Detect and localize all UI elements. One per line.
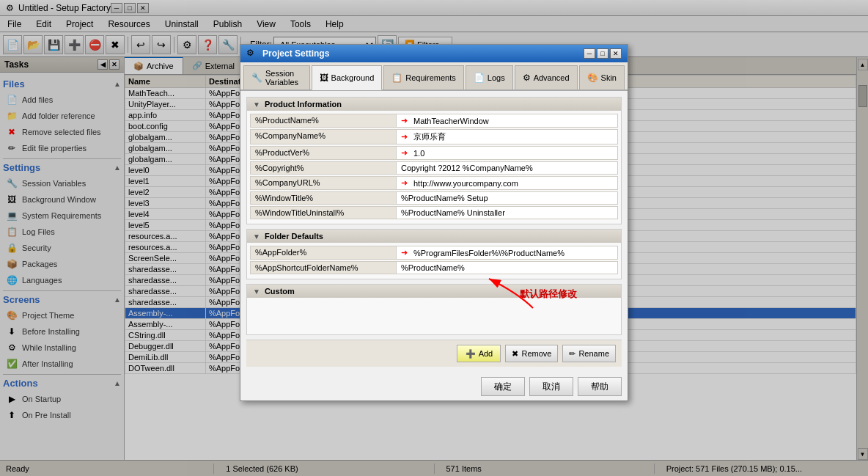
tab-requirements[interactable]: 📋 Requirements [383, 65, 463, 89]
prop-key-window-title: %WindowTitle% [250, 191, 397, 205]
product-info-section: ▼ Product Information %ProductName% ➜ Ma… [246, 97, 622, 224]
product-info-collapse-icon[interactable]: ▼ [253, 100, 260, 109]
prop-row-shortcut-folder: %AppShortcutFolderName% %ProductName% [250, 261, 618, 274]
tab-requirements-label: Requirements [405, 73, 455, 82]
modal-add-remove-footer: ➕ Add ✖ Remove ✏ Rename [246, 340, 622, 367]
arrow-app-folder: ➜ [401, 248, 408, 257]
modal-maximize-button[interactable]: □ [597, 48, 608, 59]
add-icon: ➕ [466, 349, 476, 359]
prop-val-product-name[interactable]: ➜ MathTeacherWindow [397, 114, 618, 128]
val-product-ver: 1.0 [413, 149, 424, 158]
prop-key-company-name: %CompanyName% [250, 129, 397, 144]
val-app-folder: %ProgramFilesFolder%\%ProductName% [413, 249, 564, 257]
add-button[interactable]: ➕ Add [457, 345, 501, 362]
background-tab-icon: 🖼 [320, 73, 328, 83]
product-info-title: Product Information [265, 100, 342, 109]
tab-skin-label: Skin [601, 73, 617, 82]
prop-val-copyright[interactable]: Copyright ?2012 %CompanyName% [397, 161, 618, 175]
custom-collapse-icon[interactable]: ▼ [253, 288, 260, 296]
custom-content [247, 298, 621, 334]
modal-tabs: 🔧 Session Variables 🖼 Background 📋 Requi… [240, 62, 628, 91]
modal-title-icon: ⚙ [246, 48, 258, 59]
folder-defaults-collapse-icon[interactable]: ▼ [253, 232, 260, 241]
folder-defaults-header: ▼ Folder Defaults [247, 230, 621, 243]
prop-val-company-url[interactable]: ➜ http://www.yourcompany.com [397, 176, 618, 190]
prop-row-app-folder: %AppFolder% ➜ %ProgramFilesFolder%\%Prod… [250, 246, 618, 260]
logs-tab-icon: 📄 [474, 73, 485, 83]
tab-logs[interactable]: 📄 Logs [466, 65, 513, 89]
arrow-product-name: ➜ [401, 116, 408, 125]
annotation-text: 默认路径修改 [520, 288, 577, 301]
arrow-company-url: ➜ [401, 178, 408, 188]
prop-row-product-name: %ProductName% ➜ MathTeacherWindow [250, 114, 618, 128]
session-vars-tab-icon: 🔧 [251, 73, 262, 83]
project-settings-modal: ⚙ Project Settings ─ □ ✕ 🔧 Session Varia… [240, 44, 628, 401]
prop-row-company-name: %CompanyName% ➜ 京师乐育 [250, 129, 618, 144]
prop-key-product-ver: %ProductVer% [250, 146, 397, 160]
prop-row-copyright: %Copyright% Copyright ?2012 %CompanyName… [250, 161, 618, 175]
tab-session-vars-label: Session Variables [265, 69, 302, 87]
prop-val-app-folder[interactable]: ➜ %ProgramFilesFolder%\%ProductName% [397, 246, 618, 260]
tab-background-label: Background [331, 73, 375, 82]
folder-defaults-title: Folder Defaults [265, 232, 323, 241]
remove-button[interactable]: ✖ Remove [505, 345, 558, 362]
ok-button[interactable]: 确定 [481, 377, 525, 396]
prop-key-product-name: %ProductName% [250, 114, 397, 128]
help-modal-button[interactable]: 帮助 [578, 377, 622, 396]
prop-key-copyright: %Copyright% [250, 161, 397, 175]
requirements-tab-icon: 📋 [391, 73, 402, 83]
rename-button[interactable]: ✏ Rename [562, 345, 616, 362]
arrow-company-name: ➜ [401, 132, 408, 142]
prop-row-product-ver: %ProductVer% ➜ 1.0 [250, 146, 618, 160]
tab-session-variables[interactable]: 🔧 Session Variables [243, 65, 310, 89]
prop-val-product-ver[interactable]: ➜ 1.0 [397, 146, 618, 160]
val-company-name: 京师乐育 [413, 131, 446, 142]
val-company-url: http://www.yourcompany.com [413, 179, 518, 188]
tab-logs-label: Logs [488, 73, 505, 82]
remove-icon: ✖ [512, 349, 518, 359]
val-product-name: MathTeacherWindow [413, 117, 489, 125]
remove-label: Remove [521, 349, 551, 358]
folder-defaults-section: ▼ Folder Defaults %AppFolder% ➜ %Program… [246, 229, 622, 279]
folder-defaults-content: %AppFolder% ➜ %ProgramFilesFolder%\%Prod… [247, 243, 621, 279]
product-info-content: %ProductName% ➜ MathTeacherWindow %Compa… [247, 111, 621, 224]
prop-key-window-title-uninstall: %WindowTitleUninstall% [250, 206, 397, 219]
prop-row-company-url: %CompanyURL% ➜ http://www.yourcompany.co… [250, 176, 618, 190]
custom-title: Custom [265, 287, 295, 296]
rename-icon: ✏ [569, 349, 575, 359]
product-info-header: ▼ Product Information [247, 98, 621, 111]
modal-body: ▼ Product Information %ProductName% ➜ Ma… [240, 91, 628, 373]
modal-title: Project Settings [262, 48, 584, 59]
advanced-tab-icon: ⚙ [523, 73, 531, 83]
modal-overlay: ⚙ Project Settings ─ □ ✕ 🔧 Session Varia… [0, 0, 868, 476]
prop-key-app-folder: %AppFolder% [250, 246, 397, 260]
add-label: Add [479, 349, 493, 358]
tab-advanced[interactable]: ⚙ Advanced [515, 65, 578, 89]
prop-row-window-title: %WindowTitle% %ProductName% Setup [250, 191, 618, 205]
arrow-product-ver: ➜ [401, 148, 408, 158]
modal-minimize-button[interactable]: ─ [584, 48, 595, 59]
rename-label: Rename [578, 349, 609, 358]
prop-row-window-title-uninstall: %WindowTitleUninstall% %ProductName% Uni… [250, 206, 618, 219]
prop-val-window-title-uninstall[interactable]: %ProductName% Uninstaller [397, 206, 618, 219]
prop-key-shortcut-folder: %AppShortcutFolderName% [250, 261, 397, 274]
modal-title-bar: ⚙ Project Settings ─ □ ✕ [240, 45, 628, 62]
modal-close-button[interactable]: ✕ [610, 48, 622, 59]
cancel-button[interactable]: 取消 [529, 377, 573, 396]
tab-skin[interactable]: 🎨 Skin [579, 65, 625, 89]
modal-controls: ─ □ ✕ [584, 48, 622, 59]
prop-key-company-url: %CompanyURL% [250, 176, 397, 190]
prop-val-window-title[interactable]: %ProductName% Setup [397, 191, 618, 205]
tab-advanced-label: Advanced [534, 73, 570, 82]
modal-bottom-buttons: 确定 取消 帮助 [240, 373, 628, 400]
skin-tab-icon: 🎨 [587, 73, 598, 83]
prop-val-shortcut-folder[interactable]: %ProductName% [397, 261, 618, 274]
tab-background[interactable]: 🖼 Background [312, 65, 383, 90]
prop-val-company-name[interactable]: ➜ 京师乐育 [397, 129, 618, 144]
